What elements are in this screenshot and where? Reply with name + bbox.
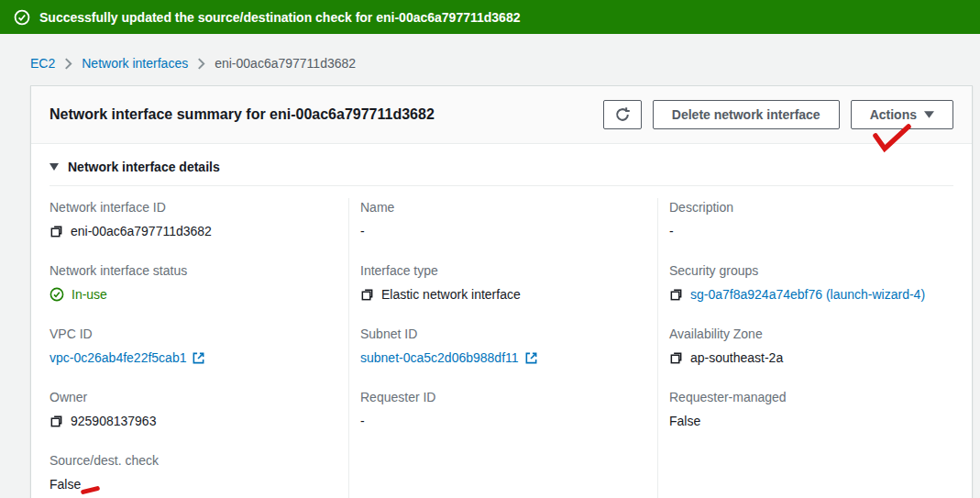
success-check-circle-icon xyxy=(14,9,30,26)
page-title: Network interface summary for eni-00ac6a… xyxy=(50,106,435,123)
field-value: eni-00ac6a797711d3682 xyxy=(71,222,212,240)
external-link-icon[interactable] xyxy=(192,351,205,365)
field-label: Security groups xyxy=(669,261,961,280)
field-label: Availability Zone xyxy=(669,325,961,343)
copy-icon[interactable] xyxy=(50,225,63,238)
field-vpc-id: VPC ID vpc-0c26ab4fe22f5cab1 xyxy=(50,325,337,367)
field-label: Subnet ID xyxy=(360,325,646,343)
field-name: Name - xyxy=(360,198,646,240)
details-column-1: Network interface ID eni-00ac6a797711d36… xyxy=(31,198,348,498)
annotation-red-dash-mark xyxy=(81,486,101,495)
status-green-check-icon xyxy=(50,287,64,302)
copy-icon[interactable] xyxy=(50,415,63,428)
field-interface-type: Interface type Elastic network interface xyxy=(360,261,646,304)
field-value: - xyxy=(669,222,674,240)
field-owner: Owner 925908137963 xyxy=(50,388,337,430)
copy-icon[interactable] xyxy=(360,288,374,302)
field-security-groups: Security groups sg-0a7f8a924a74ebf76 (la… xyxy=(669,261,961,304)
field-network-interface-id: Network interface ID eni-00ac6a797711d36… xyxy=(50,198,337,240)
header-actions: Delete network interface Actions xyxy=(603,100,953,129)
panel-header: Network interface summary for eni-00ac6a… xyxy=(31,86,972,144)
section-toggle[interactable]: Network interface details xyxy=(50,144,953,186)
actions-button-label: Actions xyxy=(870,107,917,122)
field-subnet-id: Subnet ID subnet-0ca5c2d06b988df11 xyxy=(360,325,646,367)
delete-button-label: Delete network interface xyxy=(672,107,820,122)
field-label: Owner xyxy=(50,388,337,406)
external-link-icon[interactable] xyxy=(524,351,538,365)
vpc-id-link[interactable]: vpc-0c26ab4fe22f5cab1 xyxy=(50,349,186,367)
field-value: - xyxy=(360,222,365,240)
breadcrumb: EC2 Network interfaces eni-00ac6a797711d… xyxy=(0,34,980,85)
success-banner: Successfully updated the source/destinat… xyxy=(0,0,980,34)
refresh-button[interactable] xyxy=(603,100,642,129)
field-label: Name xyxy=(360,198,646,216)
field-availability-zone: Availability Zone ap-southeast-2a xyxy=(669,325,961,367)
actions-dropdown-wrap: Actions xyxy=(851,100,953,129)
refresh-icon xyxy=(614,106,631,123)
field-label: Network interface status xyxy=(50,261,337,280)
chevron-right-icon xyxy=(64,58,72,70)
field-label: Network interface ID xyxy=(50,198,337,216)
caret-down-icon xyxy=(924,111,934,118)
details-columns: Network interface ID eni-00ac6a797711d36… xyxy=(31,186,972,498)
field-label: VPC ID xyxy=(50,325,337,343)
breadcrumb-current: eni-00ac6a797711d3682 xyxy=(215,56,356,71)
field-network-interface-status: Network interface status In-use xyxy=(50,261,337,304)
field-value: Elastic network interface xyxy=(381,285,521,304)
section-title: Network interface details xyxy=(68,160,220,174)
triangle-down-icon xyxy=(50,163,59,171)
delete-network-interface-button[interactable]: Delete network interface xyxy=(653,100,840,129)
field-value: False xyxy=(669,412,700,430)
field-label: Source/dest. check xyxy=(50,451,337,470)
success-banner-message: Successfully updated the source/destinat… xyxy=(39,10,520,25)
field-value: False xyxy=(50,475,81,493)
field-label: Requester ID xyxy=(360,388,646,406)
field-label: Description xyxy=(669,198,961,216)
security-group-link[interactable]: sg-0a7f8a924a74ebf76 (launch-wizard-4) xyxy=(690,285,925,304)
copy-icon[interactable] xyxy=(669,288,683,302)
field-description: Description - xyxy=(669,198,961,240)
actions-dropdown-button[interactable]: Actions xyxy=(851,100,953,129)
subnet-id-link[interactable]: subnet-0ca5c2d06b988df11 xyxy=(360,349,519,367)
status-badge: In-use xyxy=(72,285,107,304)
field-value: 925908137963 xyxy=(71,412,156,430)
chevron-right-icon xyxy=(197,58,205,70)
field-source-dest-check: Source/dest. check False xyxy=(50,451,337,493)
details-column-3: Description - Security groups sg-0a7f8a9… xyxy=(657,198,972,498)
field-value: ap-southeast-2a xyxy=(690,349,783,367)
field-label: Interface type xyxy=(360,261,646,280)
breadcrumb-link-network-interfaces[interactable]: Network interfaces xyxy=(82,56,188,71)
details-column-2: Name - Interface type Elastic network in… xyxy=(348,198,657,498)
breadcrumb-link-ec2[interactable]: EC2 xyxy=(30,56,55,71)
field-value: - xyxy=(360,412,365,430)
field-requester-managed: Requester-managed False xyxy=(669,388,961,430)
network-interface-details-section: Network interface details Network interf… xyxy=(31,144,972,498)
field-requester-id: Requester ID - xyxy=(360,388,646,430)
field-label: Requester-managed xyxy=(669,388,961,406)
network-interface-summary-panel: Network interface summary for eni-00ac6a… xyxy=(30,85,973,498)
copy-icon[interactable] xyxy=(669,351,683,365)
